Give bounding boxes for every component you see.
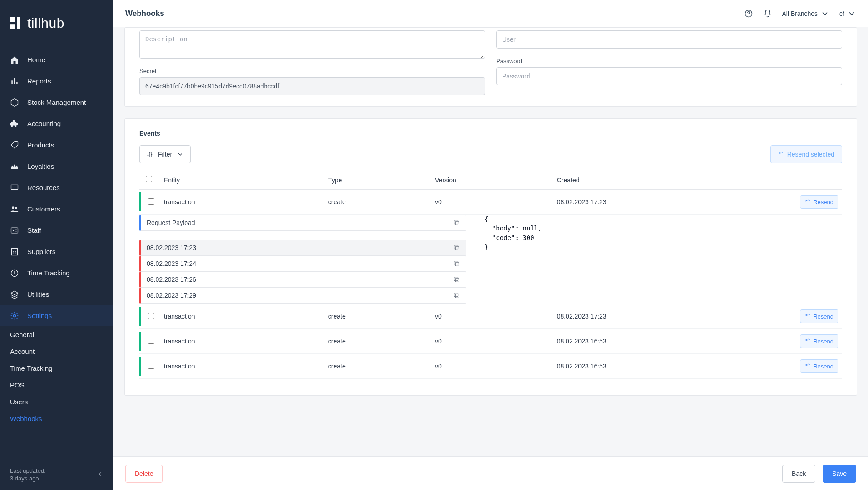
select-all-checkbox[interactable]: [146, 176, 152, 182]
sidebar-item-utilities[interactable]: Utilities: [0, 284, 113, 305]
svg-point-13: [149, 152, 151, 154]
svg-rect-22: [454, 277, 458, 281]
monitor-icon: [10, 183, 19, 192]
webhook-form-card: Secret Password: [124, 27, 857, 107]
page-title: Webhooks: [125, 9, 734, 18]
svg-rect-0: [10, 17, 15, 22]
cell-entity: transaction: [160, 190, 325, 215]
sidebar-sub-webhooks[interactable]: Webhooks: [0, 410, 113, 427]
sidebar-item-loyalties[interactable]: Loyalties: [0, 156, 113, 177]
resend-button[interactable]: Resend: [800, 359, 838, 373]
sidebar-item-resources[interactable]: Resources: [0, 177, 113, 198]
request-payload-item[interactable]: Request Payload: [139, 215, 466, 231]
filter-label: Filter: [158, 151, 172, 158]
sidebar-item-home[interactable]: Home: [0, 49, 113, 70]
bell-icon[interactable]: [763, 9, 772, 18]
filter-button[interactable]: Filter: [139, 145, 191, 163]
delete-button[interactable]: Delete: [125, 465, 163, 483]
secret-field[interactable]: [139, 77, 485, 95]
box-icon: [10, 98, 19, 107]
row-checkbox[interactable]: [148, 363, 154, 369]
sidebar-item-stock[interactable]: Stock Management: [0, 92, 113, 113]
sidebar-item-settings[interactable]: Settings: [0, 305, 113, 326]
attempt-item[interactable]: 08.02.2023 17:23: [139, 240, 466, 256]
refresh-icon: [805, 338, 811, 344]
sidebar-sub-nav: General Account Time Tracking POS Users …: [0, 326, 113, 427]
sidebar-sub-account[interactable]: Account: [0, 343, 113, 360]
resend-button[interactable]: Resend: [800, 309, 838, 323]
sidebar-item-reports[interactable]: Reports: [0, 70, 113, 92]
copy-icon[interactable]: [453, 260, 460, 267]
row-checkbox[interactable]: [148, 198, 154, 205]
sidebar-sub-general[interactable]: General: [0, 326, 113, 343]
cell-entity: transaction: [160, 354, 325, 379]
user-field[interactable]: [496, 30, 842, 49]
back-button[interactable]: Back: [782, 465, 815, 483]
table-row[interactable]: transaction create v0 08.02.2023 16:53 R…: [139, 329, 842, 354]
attempt-item[interactable]: 08.02.2023 17:24: [139, 256, 466, 272]
cell-created: 08.02.2023 17:23: [553, 304, 797, 329]
refresh-icon: [805, 363, 811, 369]
resend-selected-button[interactable]: Resend selected: [770, 145, 842, 163]
sidebar-sub-pos[interactable]: POS: [0, 377, 113, 393]
resend-button[interactable]: Resend: [800, 195, 838, 209]
cell-version: v0: [431, 190, 553, 215]
password-field[interactable]: [496, 67, 842, 85]
copy-icon[interactable]: [453, 219, 460, 226]
copy-icon[interactable]: [453, 292, 460, 299]
sidebar-item-products[interactable]: Products: [0, 134, 113, 156]
events-card: Events Filter Resend selected: [124, 118, 857, 396]
svg-point-5: [15, 207, 17, 209]
description-field[interactable]: [139, 30, 485, 59]
sidebar-item-label: Settings: [27, 312, 52, 319]
sidebar-sub-timetracking[interactable]: Time Tracking: [0, 360, 113, 377]
last-updated-value: 3 days ago: [10, 475, 46, 483]
cell-created: 08.02.2023 16:53: [553, 354, 797, 379]
cell-version: v0: [431, 354, 553, 379]
tillhub-logo-icon: [10, 17, 22, 29]
cell-type: create: [325, 304, 431, 329]
sidebar-item-customers[interactable]: Customers: [0, 198, 113, 220]
sidebar-item-staff[interactable]: Staff: [0, 220, 113, 241]
resend-button[interactable]: Resend: [800, 334, 838, 348]
sidebar-item-label: Loyalties: [27, 162, 54, 170]
attempt-time: 08.02.2023 17:23: [147, 244, 196, 251]
help-icon[interactable]: [744, 9, 753, 18]
response-json: { "body": null, "code": 300 }: [484, 215, 842, 304]
attempt-item[interactable]: 08.02.2023 17:26: [139, 272, 466, 288]
svg-point-4: [12, 206, 14, 209]
clock-icon: [10, 269, 19, 278]
sidebar-item-accounting[interactable]: Accounting: [0, 113, 113, 134]
row-checkbox[interactable]: [148, 338, 154, 344]
sidebar-item-label: Stock Management: [27, 98, 86, 106]
chevron-down-icon: [820, 9, 829, 18]
copy-icon[interactable]: [453, 276, 460, 283]
table-row[interactable]: transaction create v0 08.02.2023 17:23 R…: [139, 190, 842, 215]
row-checkbox[interactable]: [148, 313, 154, 319]
sidebar-item-suppliers[interactable]: Suppliers: [0, 241, 113, 262]
table-row[interactable]: transaction create v0 08.02.2023 16:53 R…: [139, 354, 842, 379]
sidebar-sub-users[interactable]: Users: [0, 393, 113, 410]
svg-rect-2: [17, 17, 20, 29]
attempt-item[interactable]: 08.02.2023 17:29: [139, 288, 466, 304]
cell-type: create: [325, 354, 431, 379]
cell-created: 08.02.2023 16:53: [553, 329, 797, 354]
sidebar-item-label: Reports: [27, 77, 51, 85]
collapse-sidebar-button[interactable]: [97, 471, 104, 480]
sidebar-item-timetracking[interactable]: Time Tracking: [0, 262, 113, 284]
user-menu[interactable]: cf: [839, 9, 856, 18]
events-table: Entity Type Version Created transaction …: [139, 171, 842, 379]
copy-icon[interactable]: [453, 244, 460, 251]
topbar-actions: All Branches cf: [744, 9, 856, 18]
branches-selector[interactable]: All Branches: [782, 9, 830, 18]
scroll-area[interactable]: Secret Password Events Filter: [113, 27, 868, 456]
home-icon: [10, 55, 19, 64]
save-button[interactable]: Save: [823, 465, 856, 483]
people-icon: [10, 205, 19, 214]
status-indicator: [139, 357, 141, 376]
table-row[interactable]: transaction create v0 08.02.2023 17:23 R…: [139, 304, 842, 329]
sidebar-item-label: Utilities: [27, 290, 49, 298]
user-label: cf: [839, 10, 844, 17]
building-icon: [10, 247, 19, 256]
svg-rect-8: [11, 248, 17, 255]
